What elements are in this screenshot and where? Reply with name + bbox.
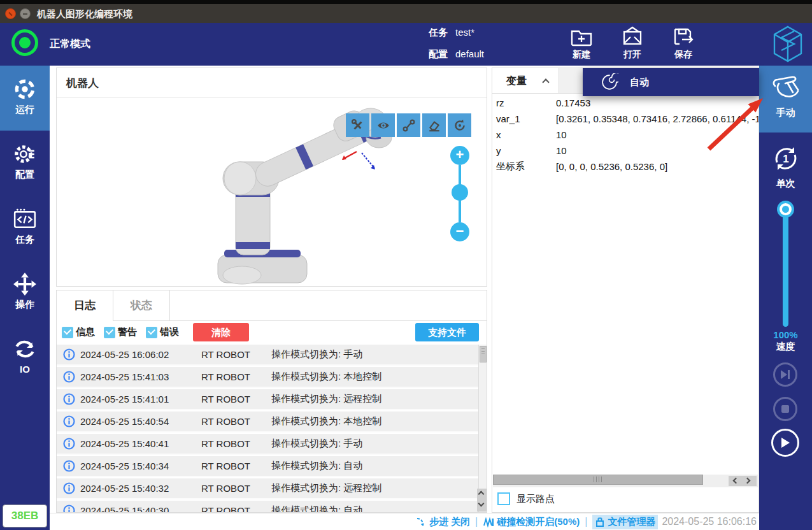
stop-icon: [781, 405, 790, 413]
log-time: 2024-05-25 15:40:34: [80, 461, 185, 471]
tabs-filler: [170, 290, 487, 321]
zoom-in-button[interactable]: +: [450, 146, 469, 165]
open-file-icon: [621, 25, 644, 48]
visibility-button[interactable]: [371, 113, 395, 137]
log-message: 操作模式切换为: 远程控制: [271, 482, 381, 494]
close-icon[interactable]: [5, 8, 16, 19]
hscroll-buttons[interactable]: [729, 476, 757, 486]
log-scrollbar-thumb[interactable]: [480, 346, 487, 362]
open-button[interactable]: 打开: [612, 24, 653, 64]
tab-status[interactable]: 状态: [113, 290, 170, 321]
task-label: 任务: [429, 27, 448, 38]
info-icon: [63, 460, 75, 472]
log-time: 2024-05-25 15:41:03: [80, 371, 185, 382]
robot-panel-title: 机器人: [66, 76, 99, 90]
log-row: 2024-05-25 15:40:34 RT ROBOT 操作模式切换为: 自动: [57, 456, 478, 477]
filter-warning-checkbox[interactable]: [104, 327, 115, 338]
log-message: 操作模式切换为: 手动: [271, 348, 362, 361]
new-button[interactable]: 新建: [561, 24, 602, 64]
filter-error-checkbox[interactable]: [146, 327, 157, 338]
variable-row[interactable]: var_1 [0.3261, 0.35348, 0.73416, 2.72866…: [492, 111, 759, 127]
single-cycle-icon: 1: [771, 143, 801, 174]
stop-button[interactable]: [773, 397, 797, 421]
play-button[interactable]: [771, 429, 799, 457]
collision-detection-toggle[interactable]: 碰撞检测开启(50%): [483, 516, 580, 528]
tools-button[interactable]: [346, 113, 369, 137]
hscrollbar-thumb[interactable]: [493, 475, 703, 485]
manual-mode-button[interactable]: 手动: [759, 66, 812, 132]
scroll-right-icon[interactable]: [744, 478, 751, 484]
single-cycle-button[interactable]: 1 单次: [759, 136, 812, 199]
save-button[interactable]: 保存: [663, 24, 704, 64]
sidebar-item-task[interactable]: 任务: [0, 196, 50, 261]
robot-panel: 机器人: [56, 68, 487, 287]
log-time: 2024-05-25 15:40:41: [80, 438, 185, 449]
scroll-up-icon[interactable]: [478, 491, 485, 498]
variable-name: 坐标系: [492, 161, 556, 173]
app-logo-icon: [771, 24, 804, 64]
auto-mode-label: 自动: [630, 76, 649, 89]
tab-log[interactable]: 日志: [57, 290, 113, 321]
variable-row[interactable]: x 10: [492, 127, 759, 143]
variables-panel: 变量 rz 0.17453 var_1 [0.3261, 0.35348, 0.…: [492, 68, 759, 513]
zoom-slider-handle[interactable]: [452, 184, 468, 201]
clear-button[interactable]: 清除: [193, 323, 249, 341]
log-source: RT ROBOT: [201, 371, 262, 382]
zoom-out-button[interactable]: −: [450, 222, 469, 241]
log-message: 操作模式切换为: 自动: [271, 505, 362, 512]
log-source: RT ROBOT: [201, 461, 262, 471]
path-button[interactable]: [397, 113, 420, 137]
file-manager-button[interactable]: 文件管理器: [592, 515, 658, 529]
scroll-left-icon[interactable]: [733, 478, 739, 484]
code-window-icon: [13, 207, 37, 231]
status-bar: 步进 关闭 | 碰撞检测开启(50%) | 文件管理器 2024-05-25 1…: [50, 513, 759, 530]
log-time: 2024-05-25 15:40:54: [80, 416, 185, 427]
show-waypoints-checkbox[interactable]: [497, 492, 510, 505]
speed-slider-track[interactable]: [783, 208, 788, 327]
svg-text:1: 1: [783, 153, 788, 165]
sidebar-item-run[interactable]: 运行: [0, 66, 50, 131]
sidebar-item-io[interactable]: IO: [0, 326, 50, 390]
scroll-down-icon[interactable]: [478, 501, 485, 507]
status-timestamp: 2024-05-25 16:06:16: [662, 516, 757, 527]
mode-dropdown-option-auto[interactable]: 自动: [583, 68, 759, 96]
support-file-button[interactable]: 支持文件: [415, 323, 479, 341]
variables-hscrollbar[interactable]: [493, 475, 758, 487]
variable-name: y: [492, 145, 556, 156]
log-scrollbar[interactable]: [478, 345, 487, 512]
speed-label: 速度: [759, 341, 812, 353]
variable-row[interactable]: 坐标系 [0, 0, 0, 0.5236, 0.5236, 0]: [492, 159, 759, 175]
log-scroll-buttons[interactable]: [477, 489, 487, 512]
variable-row[interactable]: y 10: [492, 143, 759, 159]
log-list: 2024-05-25 16:06:02 RT ROBOT 操作模式切换为: 手动…: [57, 345, 478, 512]
separator: |: [585, 516, 587, 527]
show-waypoints-row: 显示路点: [497, 492, 555, 505]
eraser-button[interactable]: [422, 113, 446, 137]
eraser-icon: [427, 118, 441, 132]
speed-slider-handle[interactable]: [777, 201, 794, 218]
variables-header[interactable]: 变量: [492, 68, 559, 94]
variable-row[interactable]: rz 0.17453: [492, 95, 759, 111]
sidebar-item-operate[interactable]: 操作: [0, 261, 50, 326]
status-code-badge[interactable]: 38EB: [3, 505, 47, 527]
rotate-icon: [453, 118, 467, 132]
reset-view-button[interactable]: [448, 113, 471, 137]
step-forward-button[interactable]: [773, 362, 797, 387]
window-titlebar: 机器人图形化编程环境: [0, 0, 812, 23]
log-message: 操作模式切换为: 自动: [271, 460, 362, 472]
info-icon: [63, 482, 75, 494]
collapse-icon: [542, 78, 549, 85]
move-arrows-icon: [13, 272, 37, 296]
log-time: 2024-05-25 15:40:30: [80, 505, 185, 512]
variable-value: 0.17453: [556, 97, 590, 108]
sidebar-item-config[interactable]: 配置: [0, 131, 50, 196]
step-mode-toggle[interactable]: 步进 关闭: [416, 516, 470, 528]
info-icon: [63, 505, 75, 512]
log-source: RT ROBOT: [201, 505, 262, 512]
minimize-icon[interactable]: [20, 8, 31, 19]
filter-info-checkbox[interactable]: [62, 327, 73, 338]
io-cycle-icon: [13, 337, 37, 361]
log-row: 2024-05-25 15:40:54 RT ROBOT 操作模式切换为: 本地…: [57, 412, 478, 433]
separator: |: [475, 516, 478, 527]
variable-value: [0, 0, 0, 0.5236, 0.5236, 0]: [556, 161, 667, 172]
